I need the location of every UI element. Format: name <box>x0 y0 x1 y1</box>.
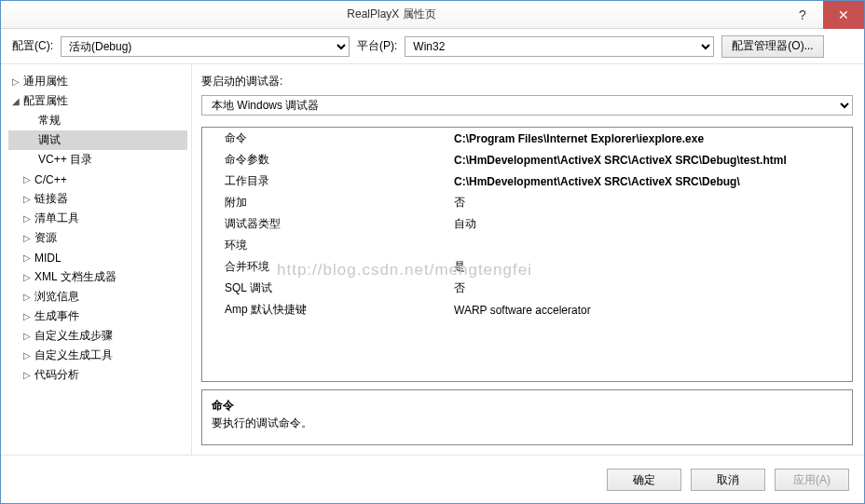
chevron-right-icon: ▷ <box>23 174 34 184</box>
property-panel: 要启动的调试器: 本地 Windows 调试器 http://blog.csdn… <box>192 64 864 455</box>
chevron-right-icon: ▷ <box>23 370 34 380</box>
chevron-right-icon: ▷ <box>23 272 34 282</box>
titlebar: RealPlayX 属性页 ? ✕ <box>1 1 864 29</box>
prop-row[interactable]: 命令C:\Program Files\Internet Explorer\iex… <box>202 128 852 149</box>
tree-vcdir[interactable]: VC++ 目录 <box>8 150 187 170</box>
apply-button[interactable]: 应用(A) <box>775 469 849 491</box>
tree-common-props[interactable]: ▷通用属性 <box>8 72 187 91</box>
chevron-right-icon: ▷ <box>23 213 34 224</box>
nav-tree: ▷通用属性 ◢配置属性 常规 调试 VC++ 目录 ▷C/C++ ▷链接器 ▷清… <box>1 64 192 455</box>
chevron-right-icon: ▷ <box>23 292 34 302</box>
chevron-right-icon: ▷ <box>23 311 34 321</box>
tree-general[interactable]: 常规 <box>8 111 187 130</box>
tree-manifest[interactable]: ▷清单工具 <box>8 209 187 228</box>
chevron-right-icon: ▷ <box>23 252 34 263</box>
prop-row[interactable]: 调试器类型自动 <box>202 213 852 235</box>
platform-select[interactable]: Win32 <box>405 36 714 57</box>
tree-browse[interactable]: ▷浏览信息 <box>8 287 187 306</box>
chevron-down-icon: ◢ <box>12 96 23 106</box>
dialog-buttons: 确定 取消 应用(A) <box>1 455 864 504</box>
config-select[interactable]: 活动(Debug) <box>61 36 350 57</box>
prop-row[interactable]: Amp 默认快捷键WARP software accelerator <box>202 299 852 320</box>
tree-linker[interactable]: ▷链接器 <box>8 189 187 209</box>
prop-row[interactable]: 环境 <box>202 235 852 256</box>
tree-build[interactable]: ▷生成事件 <box>8 306 187 326</box>
help-panel: 命令 要执行的调试命令。 <box>201 389 853 445</box>
debugger-label: 要启动的调试器: <box>201 74 853 89</box>
tree-resource[interactable]: ▷资源 <box>8 228 187 248</box>
prop-row[interactable]: 附加否 <box>202 192 852 213</box>
prop-row[interactable]: 合并环境是 <box>202 256 852 278</box>
config-manager-button[interactable]: 配置管理器(O)... <box>721 35 823 58</box>
chevron-right-icon: ▷ <box>23 350 34 361</box>
ok-button[interactable]: 确定 <box>607 469 681 491</box>
chevron-right-icon: ▷ <box>23 331 34 341</box>
cancel-button[interactable]: 取消 <box>691 469 765 491</box>
tree-debug[interactable]: 调试 <box>8 130 187 150</box>
help-title: 命令 <box>212 398 843 414</box>
help-desc: 要执行的调试命令。 <box>212 415 843 431</box>
platform-label: 平台(P): <box>357 38 397 54</box>
window-title: RealPlayX 属性页 <box>1 7 782 22</box>
help-button[interactable]: ? <box>782 1 823 29</box>
prop-row[interactable]: SQL 调试否 <box>202 278 852 299</box>
tree-custom-tool[interactable]: ▷自定义生成工具 <box>8 346 187 365</box>
tree-midl[interactable]: ▷MIDL <box>8 248 187 267</box>
chevron-right-icon: ▷ <box>23 194 34 204</box>
tree-config-props[interactable]: ◢配置属性 <box>8 91 187 111</box>
tree-xml[interactable]: ▷XML 文档生成器 <box>8 267 187 287</box>
close-button[interactable]: ✕ <box>823 1 864 29</box>
chevron-right-icon: ▷ <box>23 233 34 243</box>
config-label: 配置(C): <box>12 38 53 54</box>
tree-cc[interactable]: ▷C/C++ <box>8 170 187 189</box>
prop-row[interactable]: 命令参数C:\HmDevelopment\ActiveX SRC\ActiveX… <box>202 149 852 170</box>
content-area: ▷通用属性 ◢配置属性 常规 调试 VC++ 目录 ▷C/C++ ▷链接器 ▷清… <box>1 64 864 455</box>
chevron-right-icon: ▷ <box>12 76 23 87</box>
property-grid: http://blog.csdn.net/mengtengfei 命令C:\Pr… <box>201 127 853 382</box>
debugger-select[interactable]: 本地 Windows 调试器 <box>201 95 853 116</box>
tree-custom-step[interactable]: ▷自定义生成步骤 <box>8 326 187 346</box>
prop-row[interactable]: 工作目录C:\HmDevelopment\ActiveX SRC\ActiveX… <box>202 170 852 192</box>
config-bar: 配置(C): 活动(Debug) 平台(P): Win32 配置管理器(O)..… <box>1 29 864 64</box>
tree-analysis[interactable]: ▷代码分析 <box>8 365 187 385</box>
